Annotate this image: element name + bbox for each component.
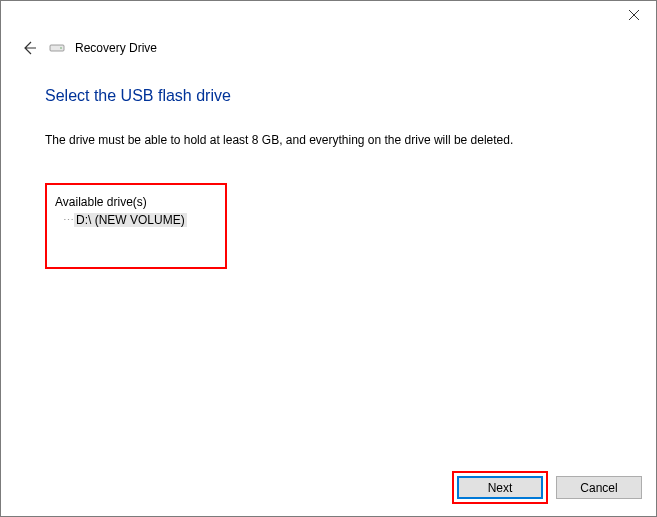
available-drives-label: Available drive(s)	[55, 195, 215, 209]
close-button[interactable]	[611, 1, 656, 29]
back-button[interactable]	[19, 38, 39, 58]
titlebar	[1, 1, 656, 31]
instruction-text: The drive must be able to hold at least …	[45, 133, 612, 147]
drive-tree-item[interactable]: ⋯ D:\ (NEW VOLUME)	[63, 213, 215, 227]
back-arrow-icon	[21, 40, 37, 56]
svg-rect-2	[50, 45, 64, 51]
page-title: Select the USB flash drive	[45, 87, 612, 105]
cancel-button-wrap: Cancel	[556, 476, 642, 499]
recovery-drive-wizard: Recovery Drive Select the USB flash driv…	[0, 0, 657, 517]
tree-connector-icon: ⋯	[63, 214, 73, 227]
next-button[interactable]: Next	[457, 476, 543, 499]
svg-point-3	[60, 47, 62, 49]
drive-entry: D:\ (NEW VOLUME)	[74, 213, 187, 227]
available-drives-box: Available drive(s) ⋯ D:\ (NEW VOLUME)	[45, 183, 227, 269]
close-icon	[629, 10, 639, 20]
header-row: Recovery Drive	[1, 31, 656, 59]
footer: Next Cancel	[1, 459, 656, 516]
wizard-name: Recovery Drive	[75, 41, 157, 55]
content-area: Select the USB flash drive The drive mus…	[1, 59, 656, 459]
drive-icon	[49, 42, 65, 54]
next-button-highlight: Next	[452, 471, 548, 504]
cancel-button[interactable]: Cancel	[556, 476, 642, 499]
